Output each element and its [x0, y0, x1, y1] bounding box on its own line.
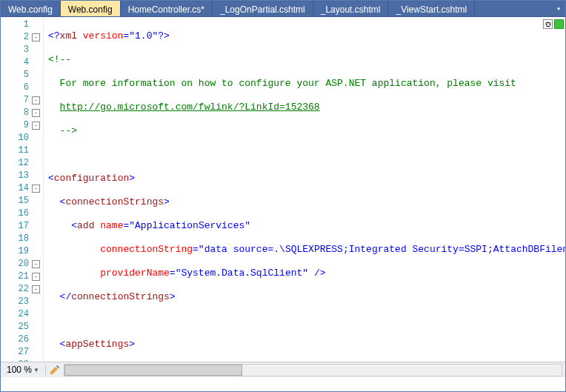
line-number: 17	[19, 220, 29, 233]
line-number: 24	[19, 308, 29, 321]
fold-toggle[interactable]: -	[32, 273, 40, 281]
fold-toggle[interactable]: -	[32, 33, 40, 41]
pencil-icon	[49, 364, 61, 376]
scrollbar-thumb[interactable]	[64, 365, 242, 376]
line-number: 26	[19, 333, 29, 346]
line-number: 22	[19, 283, 29, 296]
line-number: 25	[19, 321, 29, 333]
tab-layout[interactable]: _Layout.cshtml	[313, 1, 389, 16]
line-number: 20	[19, 258, 29, 270]
line-number: 27	[19, 346, 29, 359]
line-number: 11	[19, 144, 29, 157]
line-number: 8	[24, 107, 29, 119]
line-number-gutter: 1 2- 3 4 5 6 7- 8- 9- 10 11 12 13 14- 15…	[1, 17, 44, 362]
line-number: 19	[19, 245, 29, 258]
line-number: 12	[19, 157, 29, 170]
line-number: 1	[24, 19, 29, 31]
line-number: 28	[19, 359, 29, 362]
line-number: 2	[24, 31, 29, 44]
zoom-level[interactable]: 100 %▼	[1, 365, 46, 375]
editor: 1 2- 3 4 5 6 7- 8- 9- 10 11 12 13 14- 15…	[1, 17, 565, 377]
line-number: 21	[19, 270, 29, 283]
tab-webconfig-1[interactable]: Web.config	[1, 1, 61, 16]
line-number: 4	[24, 56, 29, 69]
line-number: 13	[19, 170, 29, 182]
line-number: 18	[19, 233, 29, 245]
line-number: 7	[24, 94, 29, 107]
tab-homecontroller[interactable]: HomeController.cs*	[121, 1, 213, 16]
doc-link[interactable]: http://go.microsoft.com/fwlink/?LinkId=1…	[60, 102, 320, 113]
fold-toggle[interactable]: -	[32, 260, 40, 268]
line-number: 3	[24, 44, 29, 56]
fold-toggle[interactable]: -	[32, 109, 40, 117]
status-bar: 100 %▼	[1, 362, 565, 377]
code-area[interactable]: <?xml version="1.0"?> <!-- For more info…	[44, 17, 565, 362]
tab-webconfig-2[interactable]: Web.config	[61, 1, 121, 16]
tab-bar: Web.config Web.config HomeController.cs*…	[1, 1, 565, 17]
line-number: 9	[24, 119, 29, 132]
line-number: 5	[24, 69, 29, 82]
line-number: 23	[19, 296, 29, 308]
tab-viewstart[interactable]: _ViewStart.cshtml	[388, 1, 475, 16]
line-number: 15	[19, 195, 29, 207]
chevron-down-icon: ▼	[33, 367, 39, 373]
fold-toggle[interactable]: -	[32, 96, 40, 104]
fold-toggle[interactable]: -	[32, 285, 40, 293]
fold-toggle[interactable]: -	[32, 122, 40, 130]
line-number: 16	[19, 207, 29, 220]
tab-overflow-menu[interactable]: ▾	[552, 1, 565, 16]
track-changes-indicator[interactable]	[554, 19, 564, 29]
fold-toggle[interactable]: -	[32, 185, 40, 193]
tab-logonpartial[interactable]: _LogOnPartial.cshtml	[213, 1, 313, 16]
horizontal-scrollbar[interactable]	[64, 364, 562, 376]
line-number: 10	[19, 132, 29, 144]
split-view-toggle[interactable]: ⯐	[543, 19, 553, 29]
line-number: 6	[24, 82, 29, 94]
line-number: 14	[19, 182, 29, 195]
